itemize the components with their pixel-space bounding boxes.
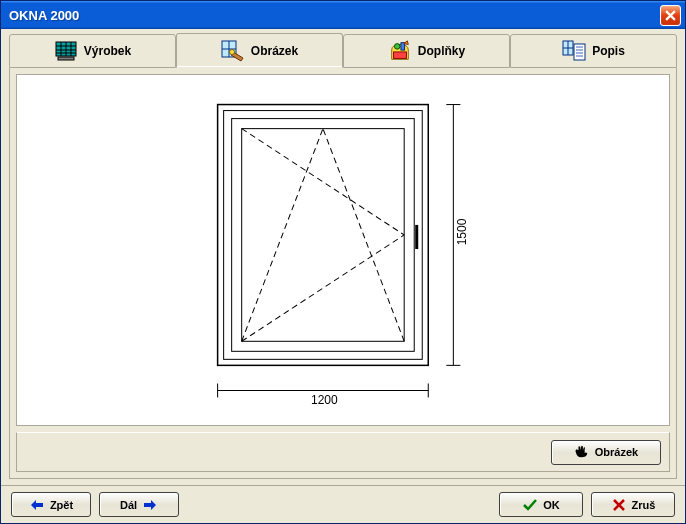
bottom-bar: Zpět Dál OK Zruš (1, 485, 685, 523)
svg-rect-26 (242, 129, 404, 342)
svg-rect-25 (232, 119, 415, 352)
content-panel: 1200 1500 Obrázek (9, 68, 677, 479)
tab-product[interactable]: Výrobek (9, 34, 176, 68)
svg-line-28 (242, 129, 404, 235)
check-icon (522, 497, 538, 513)
drawing-canvas: 1200 1500 (16, 74, 670, 426)
tab-bar: Výrobek Obrázek (1, 29, 685, 68)
image-icon (221, 40, 245, 62)
image-button-label: Obrázek (595, 446, 638, 458)
arrow-right-icon (142, 497, 158, 513)
window-title: OKNA 2000 (9, 8, 660, 23)
cancel-button-label: Zruš (632, 499, 656, 511)
svg-point-11 (229, 49, 234, 54)
hand-icon (574, 444, 590, 460)
svg-rect-27 (415, 225, 418, 249)
tab-image-label: Obrázek (251, 44, 298, 58)
svg-line-30 (242, 129, 323, 342)
back-button[interactable]: Zpět (11, 492, 91, 517)
tab-accessories-label: Doplňky (418, 44, 465, 58)
tab-accessories[interactable]: Doplňky (343, 34, 510, 68)
app-window: OKNA 2000 Výrobek (0, 0, 686, 524)
svg-line-31 (323, 129, 404, 342)
height-dimension-label: 1500 (455, 219, 469, 246)
description-icon (562, 40, 586, 62)
svg-rect-24 (224, 111, 423, 360)
tab-description[interactable]: Popis (510, 34, 677, 68)
svg-point-13 (394, 44, 400, 50)
image-button[interactable]: Obrázek (551, 440, 661, 465)
back-button-label: Zpět (50, 499, 73, 511)
tab-image[interactable]: Obrázek (176, 33, 343, 68)
close-icon (665, 10, 676, 21)
svg-rect-12 (393, 52, 406, 58)
tab-description-label: Popis (592, 44, 625, 58)
svg-rect-18 (574, 44, 585, 60)
ok-button-label: OK (543, 499, 560, 511)
svg-rect-23 (218, 105, 429, 366)
window-drawing (17, 75, 669, 425)
ok-button[interactable]: OK (499, 492, 583, 517)
tab-product-label: Výrobek (84, 44, 131, 58)
width-dimension-label: 1200 (311, 393, 338, 407)
next-button[interactable]: Dál (99, 492, 179, 517)
next-button-label: Dál (120, 499, 137, 511)
close-button[interactable] (660, 5, 681, 26)
accessories-icon (388, 40, 412, 62)
cancel-button[interactable]: Zruš (591, 492, 675, 517)
svg-line-29 (242, 235, 404, 341)
arrow-left-icon (29, 497, 45, 513)
svg-rect-7 (58, 57, 74, 60)
titlebar: OKNA 2000 (1, 1, 685, 29)
lower-panel: Obrázek (16, 432, 670, 472)
cross-icon (611, 497, 627, 513)
product-icon (54, 40, 78, 62)
